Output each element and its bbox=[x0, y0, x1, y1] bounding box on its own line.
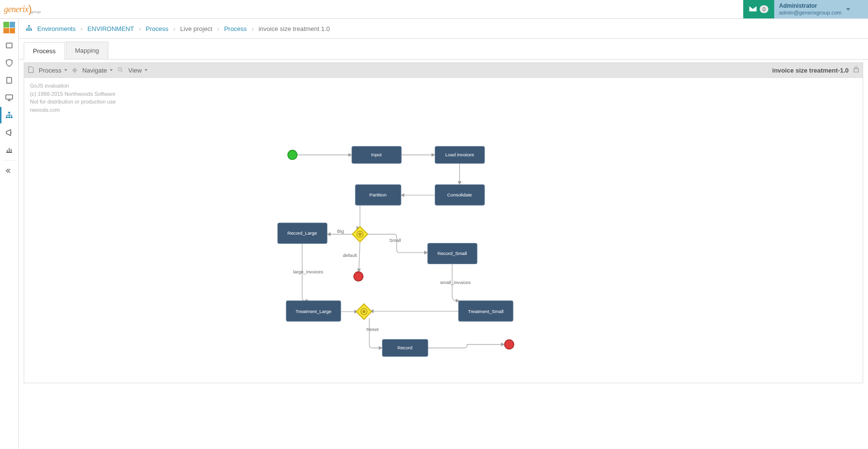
user-name: Administrator bbox=[779, 2, 841, 9]
node-treatmentlarge[interactable]: Treatment_Large bbox=[286, 300, 341, 321]
diagram-title: invoice size treatment-1.0 bbox=[772, 67, 849, 74]
edge-label-big: Big bbox=[337, 228, 344, 234]
node-record[interactable]: Record bbox=[383, 339, 428, 357]
svg-text:Record_Small: Record_Small bbox=[438, 251, 467, 256]
sidebar-apps-icon[interactable] bbox=[3, 22, 15, 33]
node-load[interactable]: Load invoices bbox=[435, 146, 485, 164]
search-icon bbox=[118, 67, 123, 74]
sidebar-item-sitemap[interactable] bbox=[0, 107, 18, 123]
file-icon bbox=[28, 66, 34, 75]
chevron-right-icon: › bbox=[217, 25, 219, 32]
diagram-toolbar: Process ✥ Navigate View invoice size tre… bbox=[24, 62, 863, 78]
chevron-right-icon: › bbox=[251, 25, 253, 32]
svg-rect-3 bbox=[6, 117, 8, 118]
envelope-icon bbox=[749, 6, 757, 13]
end-node-1[interactable] bbox=[354, 272, 363, 281]
svg-rect-1 bbox=[6, 95, 13, 99]
svg-text:Load invoices: Load invoices bbox=[445, 152, 474, 157]
svg-rect-11 bbox=[854, 69, 858, 72]
toolbar-navigate-menu[interactable]: Navigate bbox=[79, 66, 116, 75]
logo[interactable]: generix ) group bbox=[3, 3, 41, 15]
sidebar-collapse[interactable] bbox=[0, 163, 18, 179]
svg-text:Record_Large: Record_Large bbox=[287, 230, 317, 236]
sitemap-icon bbox=[26, 25, 32, 33]
svg-text:Treatment_Small: Treatment_Small bbox=[468, 309, 503, 314]
edge-label-small: Small bbox=[389, 238, 401, 243]
svg-rect-9 bbox=[30, 29, 32, 30]
end-node-2[interactable] bbox=[504, 340, 514, 349]
breadcrumb: Environments › ENVIRONMENT › Process › L… bbox=[19, 19, 868, 39]
user-menu[interactable]: Administrator admin@generixgroup.com bbox=[774, 0, 868, 18]
svg-rect-6 bbox=[28, 25, 30, 26]
sidebar-item-shield[interactable] bbox=[0, 55, 18, 71]
node-consolidate[interactable]: Consolidate bbox=[435, 185, 485, 206]
sidebar-item-monitor[interactable] bbox=[0, 90, 18, 106]
gateway-2[interactable] bbox=[356, 304, 372, 319]
flow-svg: Big Small default large_invoices small_i… bbox=[24, 78, 730, 383]
edge-label-small2: small_invoices bbox=[440, 280, 471, 285]
tab-mapping[interactable]: Mapping bbox=[66, 42, 108, 59]
sidebar-item-book[interactable] bbox=[0, 72, 18, 89]
chevron-right-icon: › bbox=[173, 25, 175, 32]
caret-down-icon bbox=[110, 69, 113, 71]
breadcrumb-liveproject: Live project bbox=[180, 25, 212, 32]
lock-icon bbox=[853, 66, 859, 74]
svg-text:Partition: Partition bbox=[369, 192, 387, 197]
top-header: generix ) group 0 Administrator admin@ge… bbox=[0, 0, 868, 19]
svg-point-32 bbox=[358, 233, 361, 236]
chevron-right-icon: › bbox=[80, 25, 82, 32]
breadcrumb-environments[interactable]: Environments bbox=[37, 25, 75, 32]
caret-down-icon bbox=[846, 8, 850, 11]
gateway-1[interactable] bbox=[352, 226, 368, 242]
notifications-button[interactable]: 0 bbox=[743, 0, 774, 18]
node-recordsmall[interactable]: Record_Small bbox=[427, 243, 477, 264]
node-input[interactable]: Input bbox=[352, 146, 402, 164]
logo-text: generix bbox=[4, 4, 28, 15]
edge-gw2-record[interactable] bbox=[369, 318, 383, 348]
svg-rect-7 bbox=[26, 29, 28, 30]
edge-label-default: default bbox=[343, 253, 357, 258]
svg-rect-0 bbox=[6, 43, 12, 48]
toolbar-process-menu[interactable]: Process bbox=[36, 66, 70, 75]
sidebar bbox=[0, 19, 19, 449]
svg-point-10 bbox=[118, 67, 122, 71]
chevron-right-icon: › bbox=[139, 25, 141, 32]
svg-rect-8 bbox=[28, 29, 30, 30]
caret-down-icon bbox=[64, 69, 67, 71]
svg-text:Treatment_Large: Treatment_Large bbox=[295, 309, 331, 314]
breadcrumb-process2[interactable]: Process bbox=[224, 25, 247, 32]
sidebar-item-megaphone[interactable] bbox=[0, 124, 18, 141]
breadcrumb-current: invoice size treatment 1.0 bbox=[259, 25, 330, 32]
svg-point-35 bbox=[362, 310, 365, 313]
header-right: 0 Administrator admin@generixgroup.com bbox=[743, 0, 868, 18]
sidebar-item-chart[interactable] bbox=[0, 142, 18, 158]
svg-text:Input: Input bbox=[371, 152, 382, 157]
move-icon: ✥ bbox=[72, 67, 77, 74]
main-area: Environments › ENVIRONMENT › Process › L… bbox=[19, 19, 868, 449]
toolbar-view-menu[interactable]: View bbox=[125, 66, 150, 75]
breadcrumb-environment[interactable]: ENVIRONMENT bbox=[88, 25, 134, 32]
edge-gw1-end1[interactable] bbox=[359, 241, 360, 272]
edge-label-reset: Reset bbox=[367, 327, 379, 332]
breadcrumb-process[interactable]: Process bbox=[146, 25, 168, 32]
tabs: Process Mapping bbox=[19, 39, 868, 60]
start-node[interactable] bbox=[288, 150, 297, 159]
watermark: GoJS evaluation (c) 1998-2015 Northwoods… bbox=[30, 82, 116, 114]
edge-label-large: large_invoices bbox=[293, 269, 323, 274]
edge-gw1-recordsmall[interactable] bbox=[367, 234, 427, 253]
tab-process[interactable]: Process bbox=[24, 42, 65, 60]
node-partition[interactable]: Partition bbox=[355, 185, 401, 206]
notifications-count: 0 bbox=[760, 5, 768, 13]
sidebar-item-rect[interactable] bbox=[0, 37, 18, 54]
node-treatmentsmall[interactable]: Treatment_Small bbox=[458, 300, 513, 321]
user-email: admin@generixgroup.com bbox=[779, 10, 841, 16]
svg-rect-5 bbox=[11, 117, 13, 118]
svg-text:Consolidate: Consolidate bbox=[447, 192, 472, 197]
caret-down-icon bbox=[145, 69, 147, 71]
svg-text:Record: Record bbox=[397, 345, 412, 350]
diagram-canvas[interactable]: GoJS evaluation (c) 1998-2015 Northwoods… bbox=[24, 78, 863, 383]
node-recordlarge[interactable]: Record_Large bbox=[278, 223, 327, 244]
svg-rect-4 bbox=[8, 117, 10, 118]
edge-record-end2[interactable] bbox=[428, 344, 504, 348]
svg-rect-2 bbox=[8, 112, 10, 113]
